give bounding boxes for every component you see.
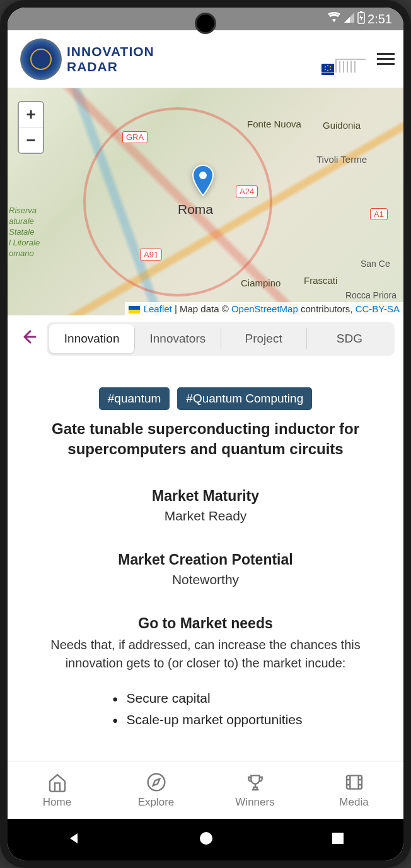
svg-point-8	[325, 69, 326, 70]
maturity-heading: Market Maturity	[26, 488, 385, 505]
nav-explore[interactable]: Explore	[107, 761, 206, 819]
system-nav-bar	[8, 819, 403, 860]
menu-button[interactable]	[377, 53, 395, 65]
tag-quantum[interactable]: #quantum	[99, 387, 170, 410]
map-marker-icon[interactable]	[190, 164, 216, 201]
maturity-value: Market Ready	[26, 508, 385, 524]
needs-heading: Go to Market needs	[26, 615, 385, 632]
map-city-tivoli: Tivoli Terme	[316, 154, 367, 165]
map-city-fontenuova: Fonte Nuova	[247, 119, 301, 129]
system-home-button[interactable]	[199, 831, 214, 848]
battery-charging-icon	[357, 11, 365, 27]
trophy-icon	[245, 772, 265, 792]
svg-point-11	[148, 773, 165, 790]
home-icon	[47, 772, 67, 792]
tab-sdg[interactable]: SDG	[307, 324, 392, 353]
back-button[interactable]	[16, 326, 40, 352]
map-city-roccapriora: Rocca Priora	[345, 290, 397, 300]
film-icon	[344, 772, 364, 792]
nav-winners[interactable]: Winners	[206, 761, 304, 819]
svg-rect-12	[347, 775, 362, 789]
tabs-bar: Innovation Innovators Project SDG	[8, 315, 403, 362]
radar-logo-icon	[20, 38, 62, 80]
system-back-button[interactable]	[66, 831, 81, 848]
signal-icon	[344, 12, 355, 26]
main-content: #quantum #Quantum Computing Gate tunable…	[8, 362, 403, 761]
system-recents-button[interactable]	[331, 831, 345, 848]
tags-row: #quantum #Quantum Computing	[26, 387, 385, 410]
license-link[interactable]: CC-BY-SA	[356, 303, 400, 314]
tag-quantum-computing[interactable]: #Quantum Computing	[177, 387, 312, 410]
tab-innovation[interactable]: Innovation	[49, 324, 134, 353]
logo-text: INNOVATION RADAR	[67, 44, 154, 73]
innovation-title: Gate tunable superconducting inductor fo…	[26, 419, 385, 460]
wifi-icon	[327, 12, 341, 26]
app-header: INNOVATION RADAR	[8, 30, 403, 88]
map-road-a24: A24	[236, 185, 258, 197]
phone-camera-notch	[195, 13, 216, 34]
section-market-maturity: Market Maturity Market Ready	[26, 488, 385, 524]
svg-point-3	[325, 66, 326, 67]
zoom-in-button[interactable]: +	[19, 102, 43, 127]
app-logo[interactable]: INNOVATION RADAR	[20, 38, 154, 80]
needs-list: Secure capital Scale-up market opportuni…	[109, 688, 303, 730]
svg-point-5	[330, 66, 331, 67]
osm-link[interactable]: OpenStreetMap	[231, 303, 298, 314]
svg-point-13	[200, 832, 212, 845]
nav-media[interactable]: Media	[304, 761, 403, 819]
map[interactable]: + − Roma Fonte Nuova Guidonia Tivoli Ter…	[8, 88, 403, 315]
nav-media-label: Media	[339, 796, 368, 809]
leaflet-link[interactable]: Leaflet	[144, 303, 172, 314]
svg-point-10	[199, 172, 207, 179]
map-road-a1: A1	[370, 208, 388, 220]
map-region-riserva: Riserva aturale Statale l Litorale omano	[9, 206, 40, 259]
list-item: Scale-up market opportunities	[109, 709, 303, 730]
map-city-ciampino: Ciampino	[241, 278, 281, 288]
bottom-nav: Home Explore Winners Media	[8, 761, 403, 819]
compass-icon	[146, 772, 166, 792]
map-city-sanc: San Ce	[361, 259, 390, 269]
zoom-out-button[interactable]: −	[19, 127, 43, 153]
ukraine-flag-icon	[129, 306, 140, 314]
section-go-to-market: Go to Market needs Needs that, if addres…	[26, 615, 385, 730]
map-city-guidonia: Guidonia	[323, 120, 361, 131]
svg-point-4	[327, 65, 328, 66]
nav-explore-label: Explore	[138, 796, 175, 809]
section-market-potential: Market Creation Potential Noteworthy	[26, 551, 385, 587]
tab-project[interactable]: Project	[221, 324, 306, 353]
phone-screen: 2:51 INNOVATION RADAR	[8, 8, 403, 860]
phone-frame: 2:51 INNOVATION RADAR	[0, 0, 411, 868]
potential-heading: Market Creation Potential	[26, 551, 385, 568]
zoom-controls: + −	[18, 101, 44, 154]
needs-description: Needs that, if addressed, can increase t…	[26, 636, 385, 672]
nav-home-label: Home	[43, 796, 71, 809]
svg-point-7	[327, 70, 328, 71]
potential-value: Noteworthy	[26, 572, 385, 587]
tab-innovators[interactable]: Innovators	[135, 324, 220, 353]
european-commission-logo	[318, 44, 368, 75]
svg-rect-9	[321, 73, 334, 75]
tabs: Innovation Innovators Project SDG	[47, 322, 395, 356]
svg-rect-14	[332, 833, 344, 844]
map-attribution: Leaflet | Map data © OpenStreetMap contr…	[125, 302, 403, 315]
status-icons: 2:51	[327, 11, 392, 27]
map-road-a91: A91	[140, 249, 162, 261]
list-item: Secure capital	[109, 688, 303, 709]
svg-rect-1	[360, 11, 362, 13]
svg-point-6	[330, 69, 331, 70]
map-city-frascati: Frascati	[304, 275, 337, 286]
map-road-gra: GRA	[122, 131, 148, 143]
nav-home[interactable]: Home	[8, 761, 107, 819]
map-city-roma: Roma	[178, 202, 213, 217]
status-time: 2:51	[368, 12, 392, 26]
nav-winners-label: Winners	[235, 796, 274, 809]
